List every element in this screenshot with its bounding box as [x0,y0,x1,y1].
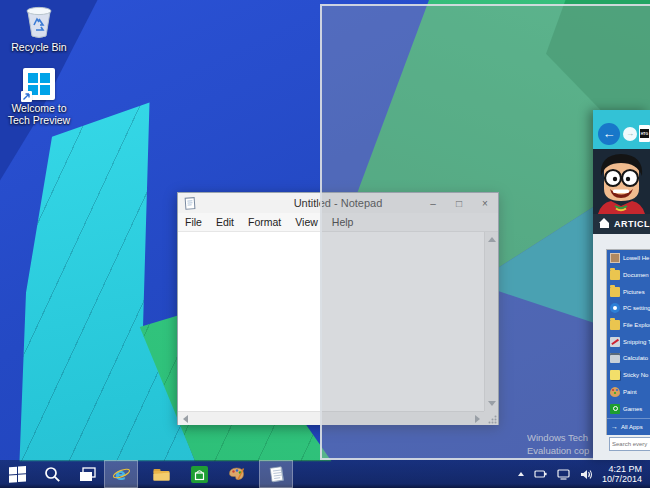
hidden-icons-chevron[interactable] [518,472,524,476]
task-view-icon [78,465,97,484]
taskbar-clock[interactable]: 4:21 PM 10/7/2014 [602,464,642,485]
desktop-icon-welcome-tech-preview[interactable]: Welcome to Tech Preview [4,68,74,126]
notepad-icon [267,465,286,484]
start-menu-search-input[interactable] [609,437,650,451]
desktop-icon-recycle-bin[interactable]: Recycle Bin [4,5,74,53]
desktop-icon-label: Recycle Bin [4,41,74,53]
start-menu-item[interactable]: Calculato [607,350,650,367]
search-button[interactable] [35,460,69,488]
start-menu-item[interactable]: PC setting [607,300,650,317]
article-header-bar: ARTICL [593,214,650,234]
system-tray: 4:21 PM 10/7/2014 [513,460,650,488]
internet-explorer-icon: e [112,465,131,484]
start-menu-item[interactable]: Lowell He [607,250,650,267]
browser-navbar: ← → HTG [593,110,650,149]
htg-avatar-image [593,149,650,214]
svg-text:e: e [115,465,126,484]
file-explorer-button[interactable] [144,460,178,488]
start-menu-item-icon [610,303,620,313]
clock-time: 4:21 PM [602,464,642,475]
start-menu-item[interactable]: File Explor [607,317,650,334]
network-tray-icon[interactable] [557,469,570,480]
start-menu-item[interactable]: Sticky No [607,367,650,384]
power-icon [534,469,547,479]
clock-date: 10/7/2014 [602,474,642,485]
task-view-button[interactable] [70,460,104,488]
menu-item[interactable]: Format [241,216,288,228]
menu-item[interactable]: File [178,216,209,228]
store-icon [190,465,209,484]
internet-explorer-button[interactable]: e [104,460,138,488]
windows-tile-icon [23,68,55,100]
start-button[interactable] [0,460,34,488]
start-menu-item-icon [610,387,620,397]
all-apps-arrow-icon: → [611,423,618,430]
article-page: Lowell He Documen Pictures PC setting [593,234,650,460]
articles-label[interactable]: ARTICL [614,219,650,229]
start-menu-item-icon [610,320,620,330]
start-menu-item[interactable]: Paint [607,384,650,401]
notepad-taskbar-button[interactable] [259,460,293,488]
recycle-bin-icon [24,5,54,39]
paint-button[interactable] [219,460,253,488]
volume-icon [580,469,593,480]
shortcut-arrow-icon [21,91,32,102]
file-explorer-icon [152,465,171,484]
forward-button[interactable]: → [623,127,637,141]
start-menu-item-icon [610,287,620,297]
start-menu-item[interactable]: Snipping T [607,333,650,350]
start-menu-item-icon [610,370,620,380]
search-icon [43,465,62,484]
volume-tray-icon[interactable] [580,469,593,480]
start-menu-item[interactable]: Games [607,400,650,417]
start-menu-item-icon [610,353,620,363]
desktop-icon-label: Welcome to Tech Preview [4,102,74,126]
browser-window: ← → HTG ARTICL [593,110,650,460]
power-tray-icon[interactable] [534,469,547,479]
home-icon[interactable] [600,220,606,228]
address-bar[interactable]: HTG [639,125,650,142]
windows-start-icon [8,465,27,484]
taskbar: e [0,460,650,488]
paint-palette-icon [227,465,246,484]
network-icon [557,469,570,480]
cartoon-avatar-icon [593,149,650,214]
scroll-left-arrow-icon[interactable] [183,415,188,423]
chevron-up-icon [518,472,524,476]
back-button[interactable]: ← [598,123,620,145]
start-menu-item[interactable]: Documen [607,267,650,284]
store-button[interactable] [182,460,216,488]
start-menu-item[interactable]: Pictures [607,283,650,300]
start-menu-item-icon [610,404,620,414]
start-menu-screenshot: Lowell He Documen Pictures PC setting [607,250,650,434]
start-menu-item-icon [610,253,620,263]
start-menu-item-icon [610,270,620,280]
windows-desktop: { "desktop": { "icons": [ { "label": "Re… [0,0,650,488]
menu-item[interactable]: Edit [209,216,241,228]
all-apps-item[interactable]: → All Apps [607,418,650,436]
start-menu-item-icon [610,337,620,347]
htg-favicon: HTG [640,129,649,138]
